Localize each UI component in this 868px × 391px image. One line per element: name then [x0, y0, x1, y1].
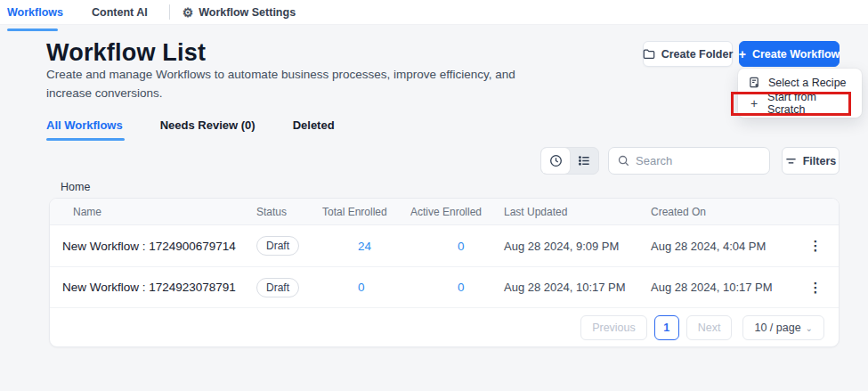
next-page-button[interactable]: Next — [686, 315, 733, 340]
created-on-value: Aug 28 2024, 4:04 PM — [651, 240, 787, 253]
nav-active-underline — [7, 29, 58, 31]
previous-page-button[interactable]: Previous — [580, 315, 647, 340]
table-header-row: Name Status Total Enrolled Active Enroll… — [50, 199, 839, 225]
page-title: Workflow List — [46, 39, 206, 67]
create-folder-button[interactable]: Create Folder — [643, 41, 733, 67]
status-badge: Draft — [256, 278, 299, 297]
chevron-down-icon: ⌄ — [806, 323, 813, 333]
breadcrumb[interactable]: Home — [61, 181, 90, 193]
list-icon — [578, 154, 591, 167]
search-input[interactable] — [636, 154, 760, 167]
status-badge: Draft — [256, 236, 299, 256]
create-folder-label: Create Folder — [661, 48, 734, 61]
top-navigation: Workflows Content AI ⚙ Workflow Settings — [0, 0, 868, 25]
column-header-name: Name — [50, 206, 256, 218]
search-icon — [618, 155, 629, 167]
tab-deleted[interactable]: Deleted — [293, 118, 335, 141]
created-on-value: Aug 28 2024, 10:17 PM — [651, 281, 787, 294]
page-description: Create and manage Workflows to automate … — [46, 66, 518, 103]
search-box — [608, 147, 770, 175]
tab-needs-review-label: Needs Review (0) — [160, 118, 256, 132]
list-view-toggle[interactable] — [570, 148, 598, 174]
active-enrolled-link[interactable]: 0 — [410, 240, 504, 253]
nav-workflow-settings[interactable]: ⚙ Workflow Settings — [183, 6, 296, 19]
menu-item-start-from-scratch[interactable]: + Start from Scratch — [738, 93, 862, 113]
tab-all-workflows-label: All Workflows — [46, 118, 123, 132]
column-header-active-enrolled: Active Enrolled — [410, 206, 504, 218]
table-row: New Workflow : 1724923078791 Draft 0 0 A… — [50, 266, 839, 307]
clock-icon — [549, 154, 563, 167]
table-row: New Workflow : 1724900679714 Draft 24 0 … — [50, 225, 839, 266]
column-header-last-updated: Last Updated — [504, 206, 651, 218]
menu-item-start-from-scratch-label: Start from Scratch — [767, 91, 851, 116]
tab-all-workflows[interactable]: All Workflows — [46, 118, 123, 141]
plus-icon: + — [739, 47, 746, 61]
gear-icon: ⚙ — [183, 6, 194, 19]
column-header-created-on: Created On — [651, 206, 787, 218]
create-workflow-button[interactable]: + Create Workflow — [739, 41, 840, 67]
last-updated-value: Aug 28 2024, 9:09 PM — [504, 240, 651, 253]
page-size-label: 10 / page — [754, 322, 800, 334]
row-actions-kebab-icon[interactable]: ⋮ — [805, 235, 826, 257]
view-toggle-group — [540, 147, 599, 175]
create-workflow-dropdown-menu: Select a Recipe + Start from Scratch — [738, 69, 862, 118]
recent-view-toggle[interactable] — [541, 148, 570, 174]
total-enrolled-link[interactable]: 24 — [322, 240, 410, 253]
folder-icon — [643, 48, 655, 60]
recipe-icon — [749, 77, 760, 88]
filters-button[interactable]: Filters — [782, 147, 840, 175]
nav-tab-content-ai-label: Content AI — [92, 6, 148, 19]
create-workflow-label: Create Workflow — [752, 48, 840, 61]
workflow-name-link[interactable]: New Workflow : 1724923078791 — [50, 281, 256, 294]
last-updated-value: Aug 28 2024, 10:17 PM — [504, 281, 651, 294]
menu-item-select-recipe-label: Select a Recipe — [768, 77, 847, 89]
tab-deleted-label: Deleted — [293, 118, 335, 132]
workflow-tabs: All Workflows Needs Review (0) Deleted — [46, 118, 335, 141]
column-header-total-enrolled: Total Enrolled — [322, 206, 410, 218]
nav-workflow-settings-label: Workflow Settings — [199, 6, 296, 19]
plus-icon: + — [749, 96, 759, 110]
workflow-name-link[interactable]: New Workflow : 1724900679714 — [50, 240, 256, 253]
nav-tab-workflows-label: Workflows — [7, 6, 63, 19]
total-enrolled-link[interactable]: 0 — [322, 281, 410, 294]
tab-needs-review[interactable]: Needs Review (0) — [160, 118, 256, 141]
nav-divider — [169, 4, 170, 20]
workflow-table-card: Name Status Total Enrolled Active Enroll… — [49, 198, 840, 347]
page-number-button[interactable]: 1 — [654, 315, 679, 340]
nav-tab-content-ai[interactable]: Content AI — [86, 6, 153, 19]
filter-icon — [785, 156, 797, 167]
pagination-bar: Previous 1 Next 10 / page ⌄ — [50, 307, 839, 347]
filters-label: Filters — [803, 155, 837, 167]
column-header-status: Status — [256, 206, 322, 218]
page-size-select[interactable]: 10 / page ⌄ — [742, 315, 824, 340]
nav-tab-workflows[interactable]: Workflows — [2, 6, 69, 19]
row-actions-kebab-icon[interactable]: ⋮ — [805, 277, 826, 298]
active-enrolled-link[interactable]: 0 — [410, 281, 504, 294]
